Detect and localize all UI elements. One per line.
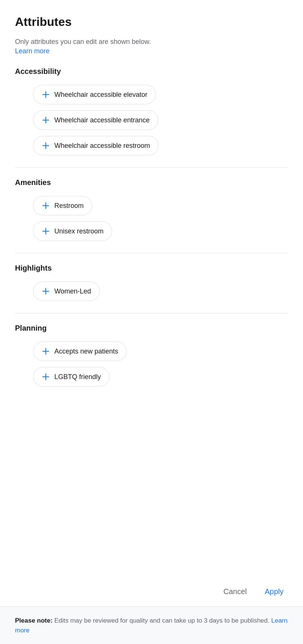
page-title: Attributes — [15, 15, 288, 29]
note-body: Edits may be reviewed for quality and ca… — [52, 617, 271, 624]
chip-label: Wheelchair accessible elevator — [54, 91, 147, 99]
chip-label: LGBTQ friendly — [54, 373, 101, 381]
divider-highlights — [15, 313, 288, 313]
amenities-section: Amenities Restroom Unisex restroom — [15, 178, 288, 241]
note-bar: Please note: Edits may be reviewed for q… — [0, 606, 303, 644]
plus-icon — [42, 347, 50, 355]
plus-icon — [42, 141, 50, 150]
planning-section: Planning Accepts new patients LGBTQ frie… — [15, 324, 288, 387]
accessibility-section-title: Accessibility — [15, 67, 288, 76]
amenities-chips: Restroom Unisex restroom — [15, 196, 288, 241]
learn-more-link[interactable]: Learn more — [15, 47, 50, 55]
main-content: Attributes Only attributes you can edit … — [0, 0, 303, 577]
chip-label: Women-Led — [54, 287, 91, 295]
plus-icon — [42, 202, 50, 210]
chip-wheelchair-elevator[interactable]: Wheelchair accessible elevator — [33, 85, 156, 104]
chip-accepts-new-patients[interactable]: Accepts new patients — [33, 342, 127, 361]
planning-section-title: Planning — [15, 324, 288, 333]
note-text: Please note: Edits may be reviewed for q… — [15, 616, 288, 635]
plus-icon — [42, 227, 50, 235]
chip-restroom[interactable]: Restroom — [33, 196, 92, 215]
plus-icon — [42, 90, 50, 99]
highlights-section: Highlights Women-Led — [15, 264, 288, 301]
plus-icon — [42, 287, 50, 295]
chip-label: Unisex restroom — [54, 227, 104, 235]
chip-label: Accepts new patients — [54, 348, 118, 355]
divider-amenities — [15, 253, 288, 253]
chip-label: Wheelchair accessible entrance — [54, 116, 150, 124]
chip-wheelchair-entrance[interactable]: Wheelchair accessible entrance — [33, 110, 158, 130]
divider-accessibility — [15, 167, 288, 168]
footer-actions: Cancel Apply — [0, 577, 303, 606]
amenities-section-title: Amenities — [15, 178, 288, 187]
chip-wheelchair-restroom[interactable]: Wheelchair accessible restroom — [33, 136, 159, 155]
highlights-chips: Women-Led — [15, 281, 288, 301]
page-container: Attributes Only attributes you can edit … — [0, 0, 303, 644]
accessibility-section: Accessibility Wheelchair accessible elev… — [15, 67, 288, 155]
chip-lgbtq-friendly[interactable]: LGBTQ friendly — [33, 367, 110, 387]
cancel-button[interactable]: Cancel — [219, 584, 251, 599]
note-bold: Please note: — [15, 617, 52, 624]
accessibility-chips: Wheelchair accessible elevator Wheelchai… — [15, 85, 288, 155]
subtitle-text: Only attributes you can edit are shown b… — [15, 38, 288, 46]
chip-women-led[interactable]: Women-Led — [33, 281, 100, 301]
highlights-section-title: Highlights — [15, 264, 288, 272]
chip-label: Restroom — [54, 202, 84, 210]
plus-icon — [42, 116, 50, 124]
plus-icon — [42, 373, 50, 381]
apply-button[interactable]: Apply — [260, 584, 288, 599]
chip-unisex-restroom[interactable]: Unisex restroom — [33, 221, 112, 241]
planning-chips: Accepts new patients LGBTQ friendly — [15, 342, 288, 387]
chip-label: Wheelchair accessible restroom — [54, 142, 150, 150]
